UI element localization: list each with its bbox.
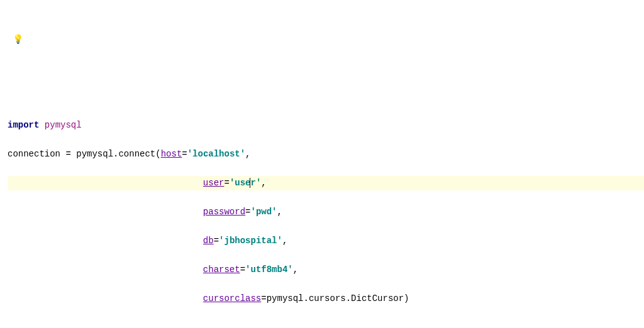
identifier: connection bbox=[8, 149, 60, 159]
code-line[interactable]: connection = pymysql.connect(host='local… bbox=[8, 147, 644, 161]
code-line[interactable]: import pymysql bbox=[8, 118, 644, 133]
comma: , bbox=[245, 149, 250, 159]
indent bbox=[8, 236, 203, 246]
code-line[interactable]: cursorclass=pymysql.cursors.DictCursor) bbox=[8, 292, 644, 306]
kwarg-db: db bbox=[203, 236, 214, 246]
string-literal: 'utf8mb4' bbox=[245, 265, 293, 275]
value: pymysql.cursors.DictCursor) bbox=[267, 293, 409, 303]
operator: = bbox=[214, 236, 219, 246]
code-line-highlighted[interactable]: user='user', bbox=[8, 176, 644, 190]
indent bbox=[8, 207, 203, 217]
code-line[interactable]: password='pwd', bbox=[8, 205, 644, 219]
code-line[interactable]: charset='utf8mb4', bbox=[8, 263, 644, 277]
operator: = bbox=[60, 149, 76, 159]
identifier: pymysql bbox=[76, 149, 113, 159]
blank bbox=[8, 322, 13, 328]
string-literal: 'localhost' bbox=[187, 149, 245, 159]
operator: = bbox=[240, 265, 245, 275]
call-open: .connect( bbox=[113, 149, 161, 159]
gutter bbox=[0, 0, 4, 328]
indent bbox=[8, 265, 203, 275]
kwarg-password: password bbox=[203, 207, 245, 217]
string-literal: 'pwd' bbox=[250, 207, 277, 217]
indent bbox=[8, 293, 203, 303]
kwarg-host: host bbox=[161, 149, 182, 159]
operator: = bbox=[182, 149, 187, 159]
string-literal: r' bbox=[250, 178, 261, 188]
indent bbox=[8, 178, 203, 188]
comma: , bbox=[261, 178, 266, 188]
kwarg-charset: charset bbox=[203, 265, 240, 275]
kwarg-cursorclass: cursorclass bbox=[203, 293, 261, 303]
code-line-blank[interactable] bbox=[8, 320, 644, 328]
string-literal: 'use bbox=[230, 178, 251, 188]
comma: , bbox=[282, 236, 287, 246]
keyword-import: import bbox=[8, 120, 39, 130]
module-name: pymysql bbox=[45, 120, 82, 130]
code-line[interactable]: db='jbhospital', bbox=[8, 234, 644, 248]
operator: = bbox=[224, 178, 229, 188]
kwarg-user: user bbox=[203, 178, 225, 188]
comma: , bbox=[277, 207, 282, 217]
comma: , bbox=[293, 265, 298, 275]
lightbulb-icon[interactable]: 💡 bbox=[13, 33, 23, 47]
operator: = bbox=[261, 293, 266, 303]
string-literal: 'jbhospital' bbox=[219, 236, 282, 246]
